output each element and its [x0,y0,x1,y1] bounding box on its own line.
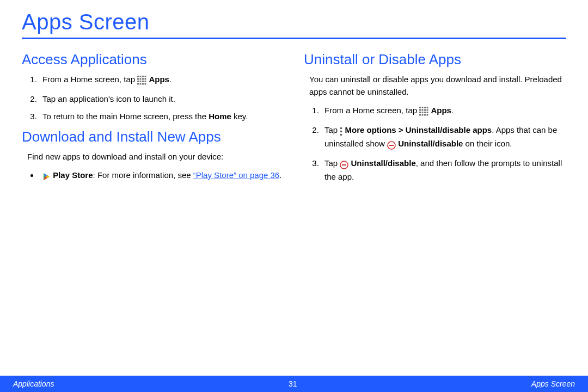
text: . [279,170,281,180]
svg-rect-25 [422,109,424,111]
list-item: From a Home screen, tap Apps. [39,74,284,88]
svg-rect-12 [137,83,139,85]
svg-rect-7 [145,78,146,80]
svg-rect-31 [427,112,428,113]
uninstall-minus-icon [340,159,348,171]
svg-point-38 [340,133,342,136]
svg-rect-11 [145,81,146,82]
list-item: Tap More options > Uninstall/disable app… [321,124,566,152]
text: . [451,106,454,115]
svg-rect-3 [145,76,146,77]
text: : For more information, see [93,170,193,180]
uninstall-intro: You can uninstall or disable apps you do… [309,74,566,98]
text-bold: Uninstall/disable [398,139,463,148]
footer-topic: Apps Screen [531,379,575,388]
text: . [169,75,171,84]
left-column: Access Applications From a Home screen, … [22,47,284,189]
text-bold: Home [209,112,231,121]
text-bold: Apps [431,106,451,115]
svg-rect-10 [142,81,144,82]
apps-grid-icon [137,75,146,88]
svg-rect-8 [137,81,139,82]
svg-rect-2 [142,76,144,77]
svg-rect-32 [419,114,421,116]
list-item: Tap Uninstall/disable, and then follow t… [321,157,566,183]
svg-rect-42 [342,164,346,166]
list-item: From a Home screen, tap Apps. [321,105,566,119]
text: From a Home screen, tap [42,75,137,84]
text-bold: Play Store [53,170,93,180]
svg-rect-40 [389,145,394,146]
svg-rect-15 [145,83,146,85]
heading-download-install: Download and Install New Apps [22,128,284,145]
text: Tap an application's icon to launch it. [42,94,175,103]
text-bold: Apps [149,75,169,84]
svg-rect-14 [142,83,144,85]
svg-rect-20 [419,107,421,108]
text-bold: More options > Uninstall/disable apps [345,125,492,134]
svg-rect-30 [424,112,426,113]
text: Tap [324,125,340,134]
page-title: Apps Screen [22,10,566,39]
svg-rect-33 [422,114,424,116]
uninstall-minus-icon [387,139,396,152]
text: Tap [324,158,340,168]
download-bullets: Play Store: For more information, see “P… [27,169,284,183]
svg-rect-23 [427,107,428,108]
svg-rect-27 [427,109,428,111]
heading-access-applications: Access Applications [22,51,284,68]
more-options-icon [340,126,342,138]
list-item: Tap an application's icon to launch it. [39,93,284,106]
svg-rect-1 [140,76,142,77]
svg-rect-5 [140,78,142,80]
text: From a Home screen, tap [324,106,419,115]
text: To return to the main Home screen, press… [42,112,209,121]
svg-rect-4 [137,78,139,80]
text-bold: Uninstall/disable [351,158,416,168]
footer-page-number: 31 [289,379,297,388]
svg-rect-0 [137,76,139,77]
svg-rect-22 [424,107,426,108]
link-play-store-page[interactable]: “Play Store” on page 36 [193,170,279,180]
uninstall-steps-list: From a Home screen, tap Apps. Tap More o… [309,105,566,183]
svg-point-36 [340,127,342,129]
svg-rect-9 [140,81,142,82]
heading-uninstall-disable: Uninstall or Disable Apps [304,51,566,68]
svg-rect-28 [419,112,421,113]
svg-point-37 [340,130,342,132]
svg-rect-6 [142,78,144,80]
right-column: Uninstall or Disable Apps You can uninst… [304,47,566,189]
list-item: Play Store: For more information, see “P… [39,169,284,183]
svg-rect-29 [422,112,424,113]
text: on their icon. [463,139,512,148]
play-store-icon [42,171,51,183]
access-steps-list: From a Home screen, tap Apps. Tap an app… [27,74,284,123]
svg-rect-24 [419,109,421,111]
page: Apps Screen Access Applications From a H… [0,0,588,392]
svg-rect-34 [424,114,426,116]
svg-rect-21 [422,107,424,108]
list-item: To return to the main Home screen, press… [39,111,284,123]
columns: Access Applications From a Home screen, … [22,47,566,189]
svg-rect-13 [140,83,142,85]
download-intro: Find new apps to download and install on… [27,151,284,163]
text: key. [231,112,248,121]
footer-section: Applications [13,379,54,388]
svg-rect-35 [427,114,428,116]
apps-grid-icon [419,106,428,119]
svg-rect-26 [424,109,426,111]
page-footer: Applications 31 Apps Screen [0,376,588,392]
